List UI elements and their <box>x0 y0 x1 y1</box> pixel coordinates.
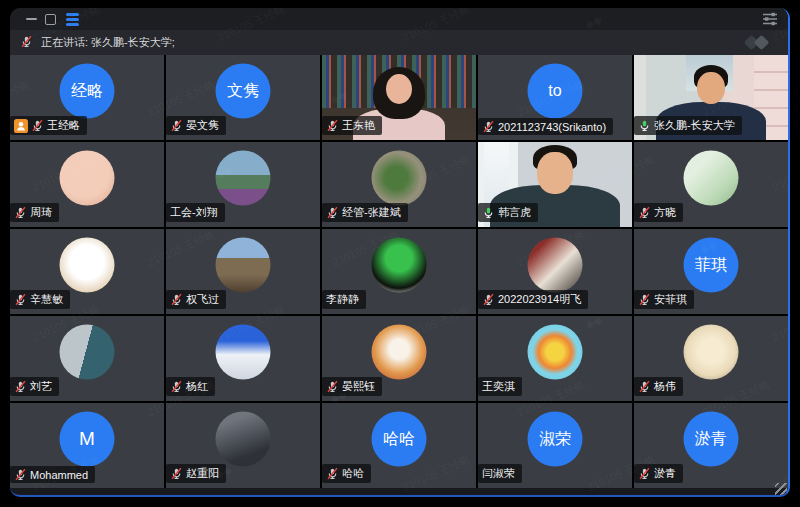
avatar: 经略 <box>60 63 115 118</box>
avatar-initials: M <box>79 428 95 450</box>
avatar-photo-tiger <box>684 324 739 379</box>
mic-muted-icon <box>170 380 183 393</box>
mic-muted-icon <box>326 380 339 393</box>
participant-tile[interactable]: 辛慧敏 <box>10 229 164 314</box>
participant-label: 王奕淇 <box>478 377 522 396</box>
avatar-photo-tree <box>372 150 427 205</box>
mic-muted-icon <box>482 120 495 133</box>
participant-label: 工会-刘翔 <box>166 203 225 222</box>
participant-tile[interactable]: 王东艳 <box>322 55 476 140</box>
participant-label: 张久鹏-长安大学 <box>634 116 742 135</box>
avatar-photo-dog <box>60 237 115 292</box>
host-icon <box>14 119 28 133</box>
participant-name: 杨伟 <box>654 379 676 394</box>
mic-muted-icon <box>20 34 33 52</box>
voov-logo-icon <box>744 35 774 51</box>
participant-tile[interactable]: 周琦 <box>10 142 164 227</box>
participant-tile[interactable]: 经管-张建斌 <box>322 142 476 227</box>
avatar-initials: 淑荣 <box>539 428 571 449</box>
participant-tile[interactable]: 杨伟 <box>634 316 788 401</box>
participant-name: 赵重阳 <box>186 466 219 481</box>
participant-label: 2022023914明飞 <box>478 290 588 309</box>
participant-label: 刘艺 <box>10 377 59 396</box>
participant-label: 闫淑荣 <box>478 464 522 483</box>
participant-label: 晏文隽 <box>166 116 226 135</box>
participant-name: 权飞过 <box>186 292 219 307</box>
participant-tile[interactable]: 哈哈 哈哈 <box>322 403 476 488</box>
participant-tile[interactable]: 2022023914明飞 <box>478 229 632 314</box>
participant-label: 淤青 <box>634 464 683 483</box>
participant-tile[interactable]: to 2021123743(Srikanto) <box>478 55 632 140</box>
participant-tile[interactable]: 张久鹏-长安大学 <box>634 55 788 140</box>
participant-label: 周琦 <box>10 203 59 222</box>
minimize-icon[interactable] <box>26 18 37 20</box>
participant-name: 经管-张建斌 <box>342 205 401 220</box>
participant-name: 方晓 <box>654 205 676 220</box>
avatar: 淤青 <box>684 411 739 466</box>
avatar-photo-snowtrees <box>216 324 271 379</box>
mic-muted-icon <box>20 35 33 48</box>
participant-tile[interactable]: 赵重阳 <box>166 403 320 488</box>
participant-name: 晏熙钰 <box>342 379 375 394</box>
participant-label: 赵重阳 <box>166 464 226 483</box>
participant-label: 方晓 <box>634 203 683 222</box>
avatar-photo-mountain <box>216 237 271 292</box>
avatar-initials: 淤青 <box>695 428 727 449</box>
participant-label: 李静静 <box>322 290 366 309</box>
participant-tile[interactable]: 王奕淇 <box>478 316 632 401</box>
participant-tile[interactable]: 韩言虎 <box>478 142 632 227</box>
participant-tile[interactable]: 淑荣闫淑荣 <box>478 403 632 488</box>
speaking-status-bar: 正在讲话: 张久鹏-长安大学; <box>10 30 788 55</box>
participant-tile[interactable]: 方晓 <box>634 142 788 227</box>
avatar-photo-portrait <box>216 411 271 466</box>
participant-name: 张久鹏-长安大学 <box>654 118 735 133</box>
participant-tile[interactable]: 工会-刘翔 <box>166 142 320 227</box>
participant-tile[interactable]: 经略 王经略 <box>10 55 164 140</box>
participant-name: 淤青 <box>654 466 676 481</box>
mic-muted-icon <box>14 293 27 306</box>
settings-sliders-icon[interactable] <box>762 12 778 26</box>
participant-tile[interactable]: 杨红 <box>166 316 320 401</box>
participant-name: 杨红 <box>186 379 208 394</box>
mic-muted-icon <box>170 119 183 132</box>
participant-name: 哈哈 <box>342 466 364 481</box>
participant-label: 杨红 <box>166 377 215 396</box>
participant-label: 王经略 <box>10 116 87 135</box>
participant-name: 刘艺 <box>30 379 52 394</box>
participant-grid: 经略 王经略文隽 晏文隽 王东艳to 2021123743(Srikanto) … <box>10 55 788 488</box>
window-resize-grip[interactable] <box>775 483 787 495</box>
participant-name: 王东艳 <box>342 118 375 133</box>
mic-muted-icon <box>170 293 183 306</box>
participant-name: Mohammed <box>30 469 88 481</box>
avatar-initials: to <box>548 82 561 100</box>
avatar-photo-comic <box>528 237 583 292</box>
participant-tile[interactable]: 淤青 淤青 <box>634 403 788 488</box>
avatar: 菲琪 <box>684 237 739 292</box>
mic-muted-icon <box>326 119 339 132</box>
mic-muted-icon <box>14 206 27 219</box>
participant-label: 韩言虎 <box>478 203 538 222</box>
layout-menu-icon[interactable] <box>66 13 79 26</box>
mic-muted-icon <box>638 293 651 306</box>
participant-tile[interactable]: 文隽 晏文隽 <box>166 55 320 140</box>
participant-label: 权飞过 <box>166 290 226 309</box>
participant-tile[interactable]: M Mohammed <box>10 403 164 488</box>
avatar-photo-shiba <box>372 324 427 379</box>
mic-on-icon <box>638 119 651 132</box>
participant-name: 韩言虎 <box>498 205 531 220</box>
meeting-window: 正在讲话: 张久鹏-长安大学; 经略 王经略文隽 晏文隽 王东艳to 20211… <box>10 8 790 497</box>
avatar-initials: 菲琪 <box>695 254 727 275</box>
participant-tile[interactable]: 李静静 <box>322 229 476 314</box>
participant-label: 王东艳 <box>322 116 382 135</box>
mic-muted-icon <box>14 380 27 393</box>
avatar-photo-baby <box>60 150 115 205</box>
participant-name: 2021123743(Srikanto) <box>498 121 606 133</box>
participant-tile[interactable]: 权飞过 <box>166 229 320 314</box>
maximize-icon[interactable] <box>45 14 56 25</box>
participant-tile[interactable]: 刘艺 <box>10 316 164 401</box>
participant-tile[interactable]: 菲琪 安菲琪 <box>634 229 788 314</box>
mic-muted-icon <box>638 467 651 480</box>
mic-muted-icon <box>482 293 495 306</box>
participant-tile[interactable]: 晏熙钰 <box>322 316 476 401</box>
mic-muted-icon <box>326 206 339 219</box>
